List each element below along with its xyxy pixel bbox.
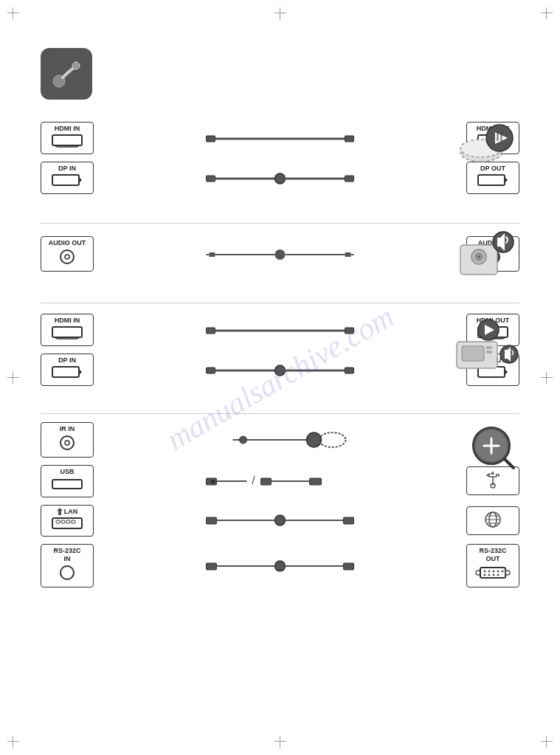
rs232c-out-icon	[475, 565, 511, 584]
svg-point-102	[488, 570, 491, 572]
hdmi-in-port: HDMI IN	[41, 122, 94, 154]
usb-cable: /	[94, 470, 466, 492]
svg-rect-50	[345, 368, 354, 373]
svg-rect-87	[344, 517, 354, 524]
ir-in-port: IR IN	[41, 422, 94, 458]
dp2-in-port: DP IN	[41, 354, 94, 386]
svg-rect-46	[207, 368, 215, 373]
svg-marker-15	[505, 177, 508, 183]
svg-point-101	[484, 570, 486, 572]
svg-point-48	[275, 365, 286, 376]
divider-1	[41, 223, 519, 224]
ir-cable	[94, 429, 519, 451]
svg-marker-77	[57, 508, 63, 515]
audio-out-port: AUDIO OUT	[41, 236, 94, 272]
svg-point-107	[488, 573, 491, 576]
svg-point-108	[493, 573, 495, 576]
svg-rect-40	[207, 328, 215, 334]
svg-rect-13	[345, 176, 354, 182]
svg-rect-42	[345, 328, 354, 334]
svg-line-115	[505, 459, 514, 468]
svg-rect-2	[52, 135, 82, 145]
svg-rect-68	[52, 480, 82, 489]
crosshair-top-mid	[274, 7, 286, 19]
dp-out-icon	[477, 174, 508, 190]
crosshair-top-left	[7, 7, 19, 19]
svg-rect-7	[52, 175, 79, 185]
svg-rect-79	[56, 520, 60, 523]
rs232c-in-icon	[59, 565, 75, 584]
svg-rect-29	[345, 252, 351, 257]
hdmi2-in-icon	[52, 326, 83, 342]
usb-port: USB	[41, 465, 94, 497]
ir-in-icon	[59, 435, 75, 454]
search-plus-icon	[468, 422, 519, 474]
svg-rect-57	[486, 346, 492, 349]
section-control: IR IN USB /	[41, 422, 519, 587]
hdmi-in-icon	[52, 134, 83, 151]
cable-icon-box	[41, 48, 92, 100]
dp-in-icon	[52, 174, 83, 190]
svg-point-27	[275, 249, 286, 260]
svg-rect-58	[486, 351, 492, 354]
svg-marker-8	[79, 177, 82, 183]
svg-point-104	[497, 570, 499, 572]
lan-port: LAN	[41, 505, 94, 537]
svg-point-36	[477, 255, 480, 258]
usb-symbol-icon	[479, 471, 507, 492]
dp-in-row: DP IN DP OUT	[41, 162, 519, 194]
hdmi2-in-port: HDMI IN	[41, 314, 94, 346]
crosshair-mid-right	[541, 372, 553, 384]
svg-rect-3	[207, 136, 215, 142]
svg-rect-25	[210, 252, 215, 257]
svg-point-96	[275, 561, 286, 571]
svg-point-109	[497, 573, 499, 576]
svg-rect-75	[310, 478, 322, 485]
svg-rect-5	[345, 136, 354, 142]
audio-row: AUDIO OUT AUDIO IN	[41, 236, 519, 272]
video-audio-device-icon	[453, 314, 519, 373]
dp-in-port: DP IN	[41, 162, 94, 194]
dp2-cable	[94, 359, 466, 381]
svg-point-106	[484, 573, 486, 576]
crosshair-top-right	[541, 7, 553, 19]
svg-point-93	[61, 566, 74, 579]
hdmi2-cable	[94, 319, 466, 341]
svg-rect-70	[211, 480, 215, 483]
crosshair-bottom-mid	[274, 736, 286, 748]
svg-point-85	[275, 515, 286, 525]
crosshair-bottom-left	[7, 736, 19, 748]
svg-rect-80	[61, 520, 65, 523]
audio-cable	[94, 243, 466, 265]
svg-rect-14	[478, 175, 505, 185]
svg-rect-100	[480, 568, 505, 578]
svg-point-61	[61, 436, 74, 449]
dp-cable	[94, 167, 466, 189]
dp2-in-icon	[52, 366, 83, 382]
crosshair-bottom-right	[541, 736, 553, 748]
svg-text:/: /	[252, 475, 255, 486]
usb-row: USB /	[41, 465, 519, 497]
usb-icon	[52, 478, 83, 494]
divider-2	[41, 303, 519, 303]
section-audio: AUDIO OUT AUDIO IN	[41, 236, 519, 272]
svg-point-22	[61, 250, 74, 263]
speaker-icon	[453, 229, 519, 288]
crosshair-mid-left	[7, 372, 19, 384]
audio-out-icon	[59, 249, 75, 268]
lan-row: LAN	[41, 505, 519, 537]
svg-point-64	[240, 436, 247, 444]
section-video-1: HDMI IN HDMI OUT DP IN	[41, 122, 519, 194]
svg-rect-81	[66, 520, 70, 523]
hdmi-in-row: HDMI IN HDMI OUT	[41, 122, 519, 154]
divider-3	[41, 413, 519, 414]
hdmi-cable	[94, 127, 466, 149]
svg-point-103	[493, 570, 495, 572]
rs232c-out-port: RS-232COUT	[466, 544, 519, 587]
svg-rect-39	[52, 327, 82, 337]
svg-rect-98	[344, 563, 354, 570]
svg-rect-94	[207, 563, 217, 570]
svg-rect-83	[207, 517, 217, 524]
lan-symbol-icon	[479, 511, 507, 531]
svg-rect-9	[207, 176, 215, 182]
